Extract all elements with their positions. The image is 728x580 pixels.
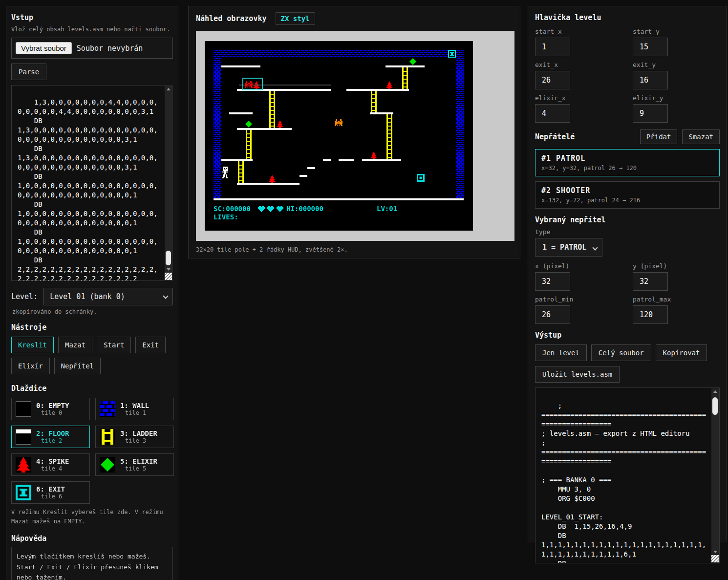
level-select-label: Level: xyxy=(11,292,38,301)
elixir-y-input[interactable]: 9 xyxy=(633,104,668,123)
tile-floor-icon xyxy=(16,429,31,445)
field-exit-y: exit_y 16 xyxy=(633,61,721,89)
tile-palette: 0: EMPTYtile 0 1: WALLtile 1 2: FLOORtil… xyxy=(11,398,173,504)
chevron-down-icon xyxy=(592,245,598,250)
tile-elixir-icon xyxy=(100,457,115,473)
tile-wall-icon xyxy=(100,401,115,417)
patrol-min-input[interactable]: 26 xyxy=(535,305,570,324)
export-output-text: ; ======================================… xyxy=(541,402,706,563)
tool-erase-button[interactable]: Mazat xyxy=(58,337,92,353)
field-start-x: start_x 1 xyxy=(535,28,633,56)
export-level-button[interactable]: Jen level xyxy=(535,344,587,361)
enemy-card-2[interactable]: #2 SHOOTER x=132, y=72, patrol 24 → 216 xyxy=(535,181,720,209)
add-enemy-button[interactable]: Přidat xyxy=(640,129,678,144)
patrol-max-input[interactable]: 120 xyxy=(633,305,668,324)
field-enemy-type: type 1 = PATROL xyxy=(535,228,720,257)
enemy-type-select[interactable]: 1 = PATROL xyxy=(535,238,602,257)
levels-source-textarea[interactable]: 1,3,0,0,0,0,0,0,0,4,4,0,0,0,0,0,0,0,0,0,… xyxy=(11,85,173,281)
remove-enemy-button[interactable]: Smazat xyxy=(682,129,720,144)
tools-group: Kreslit Mazat Start Exit Elixír Nepřítel xyxy=(11,337,173,374)
output-scrollbar[interactable] xyxy=(711,388,719,555)
input-scroll-thumb[interactable] xyxy=(166,251,171,265)
scroll-up-icon[interactable] xyxy=(711,388,719,395)
exit-x-input[interactable]: 26 xyxy=(535,71,570,89)
tile-empty[interactable]: 0: EMPTYtile 0 xyxy=(11,398,90,420)
field-start-y: start_y 15 xyxy=(633,28,721,56)
preview-caption: 32×20 tile pole + 2 řádky HUD, zvětšené … xyxy=(196,246,513,253)
input-description: Vlož celý obsah levels.asm nebo načti so… xyxy=(11,26,173,33)
output-title: Výstup xyxy=(535,331,720,340)
output-scroll-thumb[interactable] xyxy=(712,397,718,415)
clipboard-status: zkopírováno do schránky. xyxy=(12,308,173,315)
scroll-down-icon[interactable] xyxy=(165,266,172,273)
preview-title: Náhled obrazovky xyxy=(196,14,267,23)
choose-file-button[interactable]: Vybrat soubor xyxy=(16,42,72,54)
save-levels-button[interactable]: Uložit levels.asm xyxy=(535,366,620,383)
tile-wall[interactable]: 1: WALLtile 1 xyxy=(95,398,174,420)
tool-elixir-button[interactable]: Elixír xyxy=(11,358,50,374)
input-title: Vstup xyxy=(11,13,173,22)
header-title: Hlavička levelu xyxy=(535,13,720,22)
file-input[interactable]: Vybrat soubor Soubor nevybrán xyxy=(11,38,173,59)
parse-button[interactable]: Parse xyxy=(11,64,46,80)
tile-spike[interactable]: 4: SPIKEtile 4 xyxy=(11,453,90,476)
export-file-button[interactable]: Celý soubor xyxy=(591,344,651,361)
export-output-textarea[interactable]: ; ======================================… xyxy=(535,387,720,563)
zx-style-toggle[interactable]: ZX styl xyxy=(276,12,315,25)
input-scrollbar[interactable] xyxy=(165,86,172,273)
copy-button[interactable]: Kopírovat xyxy=(656,344,707,361)
elixir-x-input[interactable]: 4 xyxy=(535,104,570,123)
selected-enemy-title: Vybraný nepřítel xyxy=(535,215,720,224)
field-patrol-min: patrol_min 26 xyxy=(535,296,633,324)
enemy-x-input[interactable]: 32 xyxy=(535,272,570,291)
tile-exit[interactable]: 6: EXITtile 6 xyxy=(11,481,90,504)
preview-panel: Náhled obrazovky ZX styl 32×20 tile pole… xyxy=(188,6,520,258)
levels-source-text: 1,3,0,0,0,0,0,0,0,4,4,0,0,0,0,0,0,0,0,0,… xyxy=(18,98,158,281)
tile-empty-icon xyxy=(16,401,31,417)
input-panel: Vstup Vlož celý obsah levels.asm nebo na… xyxy=(6,6,178,580)
level-select-value: Level 01 (bank 0) xyxy=(50,292,125,301)
tool-draw-button[interactable]: Kreslit xyxy=(11,337,54,353)
exit-y-input[interactable]: 16 xyxy=(633,71,668,89)
file-status: Soubor nevybrán xyxy=(77,44,143,53)
field-enemy-y: y (pixel) 32 xyxy=(633,262,721,291)
tile-elixir[interactable]: 5: ELIXIRtile 5 xyxy=(95,453,174,476)
level-preview-canvas[interactable] xyxy=(196,31,514,241)
tool-start-button[interactable]: Start xyxy=(97,337,131,353)
field-exit-x: exit_x 26 xyxy=(535,61,633,89)
tile-floor[interactable]: 2: FLOORtile 2 xyxy=(11,426,90,448)
chevron-down-icon xyxy=(163,293,168,299)
field-elixir-y: elixir_y 9 xyxy=(633,94,721,123)
tile-ladder[interactable]: 3: LADDERtile 3 xyxy=(95,426,174,448)
tile-exit-icon xyxy=(16,485,31,500)
resize-grip-icon[interactable] xyxy=(165,273,172,280)
tools-title: Nástroje xyxy=(11,323,173,332)
start-y-input[interactable]: 15 xyxy=(633,38,668,56)
start-x-input[interactable]: 1 xyxy=(535,38,570,56)
enemy-card-1[interactable]: #1 PATROL x=32, y=32, patrol 26 → 120 xyxy=(535,149,720,176)
field-elixir-x: elixir_x 4 xyxy=(535,94,633,123)
tile-spike-icon xyxy=(16,457,31,473)
scroll-down-icon[interactable] xyxy=(711,548,719,555)
enemy-y-input[interactable]: 32 xyxy=(633,272,668,291)
help-box: Levým tlačítkem kreslíš nebo mažeš. Star… xyxy=(11,547,173,580)
field-patrol-max: patrol_max 120 xyxy=(633,296,721,324)
field-enemy-x: x (pixel) 32 xyxy=(535,262,633,291)
tool-exit-button[interactable]: Exit xyxy=(135,337,166,353)
help-title: Nápověda xyxy=(11,534,173,543)
scroll-up-icon[interactable] xyxy=(165,86,172,93)
tiles-note: V režimu Kreslit vybereš tile zde. V rež… xyxy=(11,508,173,526)
resize-grip-icon[interactable] xyxy=(711,555,719,562)
tool-enemy-button[interactable]: Nepřítel xyxy=(54,358,101,374)
tile-ladder-icon xyxy=(100,429,115,445)
level-header-panel: Hlavička levelu start_x 1 start_y 15 exi… xyxy=(528,6,727,541)
enemies-title: Nepřátelé xyxy=(535,132,635,141)
level-select[interactable]: Level 01 (bank 0) xyxy=(43,288,173,305)
tiles-title: Dlaždice xyxy=(11,384,173,393)
